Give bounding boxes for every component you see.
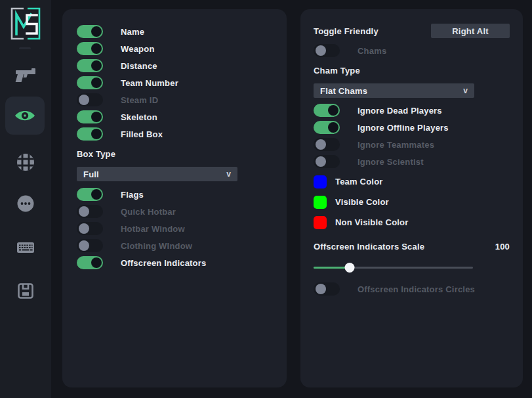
toggle-label: Offscreen Indicators Circles bbox=[358, 284, 475, 294]
toggle-knob bbox=[316, 156, 326, 167]
color-label: Non Visible Color bbox=[335, 217, 409, 227]
toggle-label: Steam ID bbox=[121, 95, 158, 105]
toggle-row-chams: Chams bbox=[314, 42, 510, 59]
app-logo bbox=[8, 6, 43, 41]
toggle-label: Ignore Teammates bbox=[358, 140, 434, 150]
sidebar-item-misc[interactable] bbox=[11, 189, 40, 218]
box-type-label: Box Type bbox=[77, 148, 272, 161]
app-window: Name Weapon Distance Team Number Steam I… bbox=[0, 0, 532, 398]
offscreen-indicators-toggle[interactable] bbox=[77, 256, 103, 269]
toggle-label: Name bbox=[121, 27, 144, 37]
sidebar-item-hotkeys[interactable] bbox=[11, 233, 40, 262]
toggle-friendly-label: Toggle Friendly bbox=[314, 26, 379, 36]
quick-hotbar-toggle[interactable] bbox=[77, 205, 103, 218]
color-label: Team Color bbox=[335, 177, 383, 187]
hotbar-window-toggle[interactable] bbox=[77, 222, 103, 235]
clothing-window-toggle[interactable] bbox=[77, 239, 103, 252]
ms-logo-icon bbox=[8, 6, 43, 41]
toggle-row-ignore-teammates: Ignore Teammates bbox=[314, 136, 510, 153]
toggle-row-ignore-dead: Ignore Dead Players bbox=[314, 102, 510, 119]
toggle-label: Ignore Scientist bbox=[358, 157, 424, 167]
toggle-knob bbox=[79, 223, 89, 234]
toggle-knob bbox=[316, 139, 326, 150]
ignore-teammates-toggle[interactable] bbox=[314, 138, 340, 151]
toggle-knob bbox=[328, 122, 338, 133]
name-toggle[interactable] bbox=[77, 25, 103, 38]
color-row-non-visible: Non Visible Color bbox=[314, 212, 510, 232]
slider-knob[interactable] bbox=[345, 263, 355, 273]
non-visible-color-swatch[interactable] bbox=[314, 216, 327, 229]
toggle-label: Ignore Offline Players bbox=[358, 123, 449, 133]
filled-box-toggle[interactable] bbox=[77, 127, 103, 141]
chams-toggle[interactable] bbox=[314, 44, 340, 57]
toggle-label: Distance bbox=[121, 61, 157, 71]
save-icon bbox=[17, 282, 34, 299]
sidebar bbox=[0, 0, 51, 398]
skeleton-toggle[interactable] bbox=[77, 110, 103, 123]
offscreen-scale-value: 100 bbox=[495, 242, 510, 252]
toggle-label: Weapon bbox=[121, 44, 155, 54]
team-number-toggle[interactable] bbox=[77, 76, 103, 89]
ignore-scientist-toggle[interactable] bbox=[314, 155, 340, 168]
visible-color-swatch[interactable] bbox=[314, 196, 327, 209]
toggle-row-team-number: Team Number bbox=[77, 74, 272, 91]
toggle-row-ignore-offline: Ignore Offline Players bbox=[314, 119, 510, 136]
toggle-knob bbox=[91, 189, 102, 200]
offscreen-scale-label: Offscreen Indicators Scale bbox=[314, 242, 424, 252]
toggle-knob bbox=[91, 26, 102, 37]
toggle-label: Offscreen Indicators bbox=[121, 258, 206, 268]
cham-type-dropdown[interactable]: Flat Chams v bbox=[314, 83, 474, 98]
gun-icon bbox=[14, 65, 37, 83]
chams-panel: Toggle Friendly Right Alt Chams Cham Typ… bbox=[300, 9, 523, 387]
toggle-label: Quick Hotbar bbox=[121, 207, 176, 217]
toggle-label: Skeleton bbox=[121, 112, 157, 122]
sidebar-item-world[interactable] bbox=[11, 148, 40, 177]
keyboard-icon bbox=[16, 241, 35, 254]
toggle-label: Filled Box bbox=[121, 129, 163, 139]
sidebar-item-visuals[interactable] bbox=[5, 97, 45, 135]
toggle-row-hotbar-window: Hotbar Window bbox=[77, 220, 272, 237]
box-type-dropdown[interactable]: Full v bbox=[77, 167, 237, 181]
color-row-team: Team Color bbox=[314, 171, 510, 192]
chevron-down-icon: v bbox=[463, 86, 468, 95]
toggle-friendly-row: Toggle Friendly Right Alt bbox=[314, 23, 510, 39]
toggle-row-clothing-window: Clothing WIndow bbox=[77, 237, 272, 254]
toggle-knob bbox=[91, 257, 102, 268]
toggle-knob bbox=[91, 43, 102, 54]
toggle-knob bbox=[79, 240, 89, 251]
ignore-offline-players-toggle[interactable] bbox=[314, 121, 340, 134]
toggle-row-filled-box: Filled Box bbox=[77, 125, 272, 143]
team-color-swatch[interactable] bbox=[314, 175, 327, 188]
toggle-knob bbox=[91, 112, 102, 122]
dropdown-value: Flat Chams bbox=[320, 86, 367, 96]
toggle-label: Ignore Dead Players bbox=[358, 106, 442, 116]
weapon-toggle[interactable] bbox=[77, 42, 103, 55]
toggle-knob bbox=[79, 95, 89, 105]
offscreen-scale-slider[interactable] bbox=[314, 263, 473, 273]
ignore-dead-players-toggle[interactable] bbox=[314, 104, 340, 117]
toggle-row-flags: Flags bbox=[77, 186, 272, 203]
chevron-down-icon: v bbox=[226, 169, 231, 179]
eye-icon bbox=[14, 108, 36, 123]
sidebar-item-weapons[interactable] bbox=[11, 60, 40, 89]
toggle-row-weapon: Weapon bbox=[77, 40, 272, 57]
toggle-row-quick-hotbar: Quick Hotbar bbox=[77, 203, 272, 220]
esp-panel: Name Weapon Distance Team Number Steam I… bbox=[62, 9, 287, 387]
color-row-visible: Visible Color bbox=[314, 192, 510, 212]
toggle-knob bbox=[316, 45, 326, 56]
toggle-knob bbox=[79, 206, 89, 217]
ellipsis-icon bbox=[16, 194, 35, 213]
toggle-friendly-keybind-button[interactable]: Right Alt bbox=[431, 24, 510, 38]
toggle-knob bbox=[91, 129, 102, 139]
distance-toggle[interactable] bbox=[77, 59, 103, 72]
logo-divider bbox=[19, 47, 31, 49]
steam-id-toggle[interactable] bbox=[77, 93, 103, 106]
sidebar-item-configs[interactable] bbox=[11, 276, 40, 305]
flags-toggle[interactable] bbox=[77, 188, 103, 201]
offscreen-circles-toggle[interactable] bbox=[314, 282, 340, 296]
toggle-label: Flags bbox=[121, 190, 144, 200]
dropdown-value: Full bbox=[83, 169, 99, 179]
toggle-label: Clothing WIndow bbox=[121, 241, 192, 251]
toggle-row-skeleton: Skeleton bbox=[77, 108, 272, 125]
toggle-row-offscreen-circles: Offscreen Indicators Circles bbox=[314, 280, 510, 298]
